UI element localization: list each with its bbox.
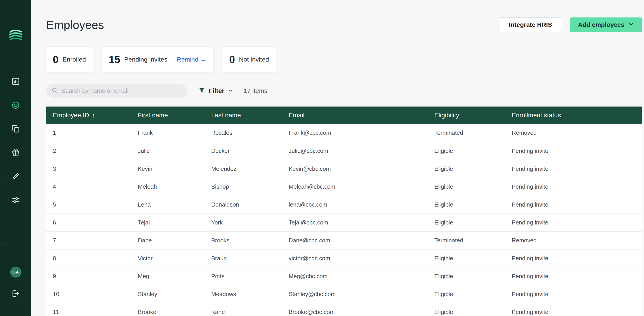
table-cell-status: Pending invite [512, 142, 642, 160]
table-cell-email: Julie@cbc.com [289, 142, 434, 160]
column-header-employee-id[interactable]: Employee ID↑ [46, 106, 138, 124]
logo[interactable] [8, 29, 23, 44]
table-cell-last: Bishop [211, 178, 289, 196]
table-cell-last: Decker [211, 142, 289, 160]
search-box [46, 84, 187, 98]
table-row[interactable]: 8VictorBraunvictor@cbc.comEligiblePendin… [46, 249, 642, 267]
table-cell-first: Stanley [138, 285, 211, 303]
copy-icon [11, 124, 20, 134]
logout-button[interactable] [11, 289, 20, 299]
table-row[interactable]: 7DaneBrooksDane@cbc.comTerminatedRemoved [46, 232, 642, 249]
table-cell-eligibility: Eligible [434, 285, 512, 303]
table-row[interactable]: 5LenaDonaldsonlena@cbc.comEligiblePendin… [46, 196, 642, 214]
table-cell-email: Meleah@cbc.com [289, 178, 434, 196]
column-header-email[interactable]: Email [289, 106, 434, 124]
table-cell-id: 8 [46, 249, 138, 267]
header-actions: Integrate HRIS Add employees [498, 18, 642, 32]
table-cell-email: Dane@cbc.com [289, 232, 434, 249]
table-cell-first: Lena [138, 196, 211, 214]
sidebar-item-benefits[interactable] [11, 148, 20, 158]
table-cell-eligibility: Eligible [434, 160, 512, 178]
table-cell-last: Potts [211, 267, 289, 285]
add-employees-label: Add employees [578, 21, 624, 28]
pending-count: 15 [109, 54, 120, 66]
add-employees-button[interactable]: Add employees [570, 18, 642, 32]
table-cell-status: Pending invite [512, 160, 642, 178]
table-cell-email: Tejal@cbc.com [289, 214, 434, 232]
page-header: Employees Integrate HRIS Add employees [46, 18, 642, 32]
user-avatar[interactable]: GA [10, 267, 21, 278]
sidebar: GA [0, 0, 31, 316]
table-cell-id: 2 [46, 142, 138, 160]
table-cell-email: lena@cbc.com [289, 196, 434, 214]
sidebar-item-dashboard[interactable] [11, 77, 20, 87]
table-row[interactable]: 6TejalYorkTejal@cbc.comEligiblePending i… [46, 214, 642, 232]
table-cell-email: Frank@cbc.com [289, 124, 434, 142]
table-cell-eligibility: Terminated [434, 124, 512, 142]
table-cell-id: 3 [46, 160, 138, 178]
table-row[interactable]: 2JulieDeckerJulie@cbc.comEligiblePending… [46, 142, 642, 160]
sidebar-item-enrollment[interactable] [11, 172, 20, 182]
employees-table-wrap: Employee ID↑ First name Last name Email … [46, 106, 642, 316]
table-cell-email: Meg@cbc.com [289, 267, 434, 285]
table-row[interactable]: 3KevinMelendezKevin@cbc.comEligiblePendi… [46, 160, 642, 178]
table-cell-id: 11 [46, 303, 138, 316]
table-cell-id: 1 [46, 124, 138, 142]
integrate-hris-button[interactable]: Integrate HRIS [498, 18, 562, 32]
table-cell-last: Kane [211, 303, 289, 316]
table-row[interactable]: 4MeleahBishopMeleah@cbc.comEligiblePendi… [46, 178, 642, 196]
sidebar-nav [11, 77, 20, 206]
toolbar: Filter 17 items [46, 84, 642, 98]
table-cell-eligibility: Eligible [434, 214, 512, 232]
pending-label: Pending invites [124, 56, 168, 63]
search-input[interactable] [61, 88, 182, 94]
table-cell-status: Removed [512, 124, 642, 142]
table-cell-last: Melendez [211, 160, 289, 178]
not-invited-label: Not invited [239, 56, 269, 63]
table-cell-status: Pending invite [512, 303, 642, 316]
column-header-enrollment-status[interactable]: Enrollment status [512, 106, 642, 124]
employees-table: Employee ID↑ First name Last name Email … [46, 106, 642, 316]
chevron-down-icon [228, 88, 234, 94]
table-row[interactable]: 11BrookeKaneBrooke@cbc.comEligiblePendin… [46, 303, 642, 316]
column-header-last-name[interactable]: Last name [211, 106, 289, 124]
table-cell-eligibility: Terminated [434, 232, 512, 249]
stat-card-not-invited: 0 Not invited [222, 46, 276, 72]
logout-icon [11, 289, 20, 299]
table-cell-eligibility: Eligible [434, 142, 512, 160]
table-row[interactable]: 1FrankRosalesFrank@cbc.comTerminatedRemo… [46, 124, 642, 142]
gift-icon [11, 148, 20, 158]
table-cell-status: Pending invite [512, 285, 642, 303]
table-cell-first: Brooke [138, 303, 211, 316]
sidebar-item-plans[interactable] [11, 124, 20, 134]
table-cell-status: Pending invite [512, 214, 642, 232]
table-cell-status: Pending invite [512, 196, 642, 214]
column-label: Employee ID [53, 112, 89, 118]
stat-card-enrolled: 0 Enrolled [46, 46, 93, 72]
table-cell-id: 9 [46, 267, 138, 285]
filter-label: Filter [208, 87, 224, 95]
table-cell-eligibility: Eligible [434, 267, 512, 285]
table-cell-email: Brooke@cbc.com [289, 303, 434, 316]
table-cell-last: Braun [211, 249, 289, 267]
column-header-first-name[interactable]: First name [138, 106, 211, 124]
chevron-down-icon [628, 21, 634, 29]
sliders-icon [11, 196, 20, 206]
arrow-up-icon: ↑ [92, 112, 95, 118]
table-cell-first: Victor [138, 249, 211, 267]
remind-link[interactable]: Remind → [177, 56, 206, 63]
filter-button[interactable]: Filter [198, 87, 234, 95]
table-header: Employee ID↑ First name Last name Email … [46, 106, 642, 124]
table-cell-status: Removed [512, 232, 642, 249]
table-row[interactable]: 9MegPottsMeg@cbc.comEligiblePending invi… [46, 267, 642, 285]
enrolled-count: 0 [53, 54, 59, 66]
table-cell-id: 10 [46, 285, 138, 303]
sidebar-item-employees[interactable] [11, 101, 20, 110]
main-content: Employees Integrate HRIS Add employees 0 [31, 0, 644, 316]
not-invited-count: 0 [229, 54, 235, 66]
table-row[interactable]: 10StanleyMeadowsStanley@cbc.comEligibleP… [46, 285, 642, 303]
sidebar-item-settings[interactable] [11, 196, 20, 206]
table-cell-first: Meleah [138, 178, 211, 196]
column-header-eligibility[interactable]: Eligibility [434, 106, 512, 124]
table-cell-first: Tejal [138, 214, 211, 232]
